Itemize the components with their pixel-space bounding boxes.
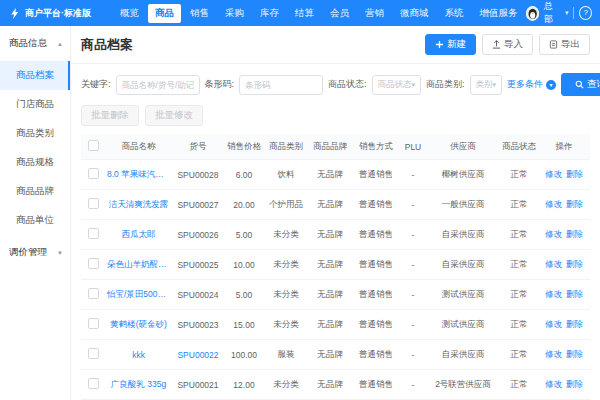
select-all-checkbox[interactable] <box>88 140 99 151</box>
price-cell: 15.00 <box>224 320 264 330</box>
keyword-input[interactable] <box>116 75 200 95</box>
status-cell: 正常 <box>500 229 538 241</box>
row-checkbox[interactable] <box>88 168 99 179</box>
status-cell: 正常 <box>500 259 538 271</box>
edit-link[interactable]: 修改 <box>545 229 562 241</box>
sidebar-item[interactable]: 商品类别 <box>0 119 70 148</box>
product-name-link[interactable]: 广良酸乳 335g <box>105 379 172 391</box>
sidebar-item[interactable]: 商品单位 <box>0 206 70 235</box>
delete-link[interactable]: 删除 <box>566 349 583 361</box>
barcode-input[interactable] <box>239 75 323 95</box>
user-name[interactable]: 总部 <box>544 0 560 26</box>
sale-type-cell: 普通销售 <box>352 289 400 301</box>
sidebar-item[interactable]: 商品品牌 <box>0 177 70 206</box>
delete-link[interactable]: 删除 <box>566 289 583 301</box>
avatar[interactable] <box>526 6 539 21</box>
product-table: 商品名称 货号 销售价格 商品类别 商品品牌 销售方式 PLU 供应商 商品状态… <box>81 134 590 400</box>
product-name-link[interactable]: 洁天清爽洗发露 <box>105 199 172 211</box>
edit-link[interactable]: 修改 <box>545 289 562 301</box>
top-nav: 商户平台·标准版 概览商品销售采购库存结算会员营销微商城系统增值服务 总部 ▾ … <box>0 0 600 26</box>
supplier-cell: 自采供应商 <box>426 229 500 241</box>
batch-edit-button[interactable]: 批量修改 <box>145 105 203 126</box>
nav-item[interactable]: 采购 <box>218 4 251 23</box>
export-button[interactable]: 导出 <box>539 34 590 55</box>
sidebar-item[interactable]: 商品档案 <box>0 61 70 90</box>
table-row: 8.0 苹果味汽水中瓶装 SPU00028 6.00 饮料 无品牌 普通销售 -… <box>81 160 590 190</box>
status-select[interactable]: 商品状态 ▾ <box>372 75 422 95</box>
supplier-cell: 一般供应商 <box>426 199 500 211</box>
row-checkbox[interactable] <box>88 318 99 329</box>
product-name-link[interactable]: 黄鹤楼(硬金砂) <box>105 319 172 331</box>
nav-item[interactable]: 会员 <box>323 4 356 23</box>
edit-link[interactable]: 修改 <box>545 319 562 331</box>
nav-item[interactable]: 系统 <box>438 4 471 23</box>
delete-link[interactable]: 删除 <box>566 379 583 391</box>
main-content: 商品档案 新建 导入 导出 关键字: <box>71 26 600 400</box>
sku-cell: SPU00025 <box>172 260 224 270</box>
product-name-link[interactable]: 西瓜太郎 <box>105 229 172 241</box>
sidebar-group[interactable]: 调价管理 ▼ <box>0 235 70 270</box>
product-name-link[interactable]: kkk <box>105 350 172 360</box>
nav-item[interactable]: 结算 <box>288 4 321 23</box>
nav-item[interactable]: 销售 <box>183 4 216 23</box>
plu-cell: - <box>400 290 426 300</box>
nav-item[interactable]: 概览 <box>113 4 146 23</box>
table-row: 西瓜太郎 SPU00026 5.00 未分类 无品牌 普通销售 - 自采供应商 … <box>81 220 590 250</box>
nav-item[interactable]: 增值服务 <box>473 4 525 23</box>
nav-item[interactable]: 营销 <box>358 4 391 23</box>
export-icon <box>549 40 558 49</box>
supplier-cell: 椰树供应商 <box>426 169 500 181</box>
product-name-link[interactable]: 8.0 苹果味汽水中瓶装 <box>105 169 172 181</box>
supplier-cell: 测试供应商 <box>426 319 500 331</box>
batch-delete-button[interactable]: 批量删除 <box>81 105 139 126</box>
row-checkbox[interactable] <box>88 288 99 299</box>
delete-link[interactable]: 删除 <box>566 259 583 271</box>
edit-link[interactable]: 修改 <box>545 199 562 211</box>
nav-item[interactable]: 库存 <box>253 4 286 23</box>
sale-type-cell: 普通销售 <box>352 199 400 211</box>
category-label: 商品类别: <box>426 78 465 91</box>
create-button[interactable]: 新建 <box>425 34 476 55</box>
sidebar-group[interactable]: 商品信息 ▲ <box>0 26 70 61</box>
chevron-icon: ▼ <box>57 250 63 256</box>
search-button[interactable]: 查询 <box>561 73 600 96</box>
col-brand: 商品品牌 <box>308 141 352 153</box>
row-checkbox[interactable] <box>88 228 99 239</box>
nav-item[interactable]: 商品 <box>148 4 181 23</box>
app-window: 商户平台·标准版 概览商品销售采购库存结算会员营销微商城系统增值服务 总部 ▾ … <box>0 0 600 400</box>
row-checkbox[interactable] <box>88 258 99 269</box>
nav-item[interactable]: 微商城 <box>393 4 436 23</box>
col-sale-type: 销售方式 <box>352 141 400 153</box>
chevron-down-icon[interactable]: ▾ <box>565 9 569 17</box>
sku-cell: SPU00021 <box>172 380 224 390</box>
edit-link[interactable]: 修改 <box>545 379 562 391</box>
price-cell: 100.00 <box>224 350 264 360</box>
category-select[interactable]: 类别 ▾ <box>470 75 503 95</box>
status-cell: 正常 <box>500 349 538 361</box>
product-name-link[interactable]: 怡宝/景田500mL PET瓶装饮料 <box>105 289 172 301</box>
product-name-link[interactable]: 朵色山羊奶醒肤素颜霜嫩肤美白保湿补水塑颜.. <box>105 259 172 271</box>
edit-link[interactable]: 修改 <box>545 349 562 361</box>
chevron-down-icon: ▾ <box>493 81 497 89</box>
sidebar-item[interactable]: 商品规格 <box>0 148 70 177</box>
delete-link[interactable]: 删除 <box>566 319 583 331</box>
price-cell: 12.00 <box>224 380 264 390</box>
col-product-name: 商品名称 <box>105 141 172 153</box>
edit-link[interactable]: 修改 <box>545 259 562 271</box>
row-checkbox[interactable] <box>88 198 99 209</box>
row-checkbox[interactable] <box>88 378 99 389</box>
delete-link[interactable]: 删除 <box>566 199 583 211</box>
barcode-label: 条形码: <box>205 78 235 91</box>
import-button[interactable]: 导入 <box>482 34 533 55</box>
row-checkbox[interactable] <box>88 348 99 359</box>
sale-type-cell: 普通销售 <box>352 169 400 181</box>
table-body: 8.0 苹果味汽水中瓶装 SPU00028 6.00 饮料 无品牌 普通销售 -… <box>81 160 590 400</box>
col-plu: PLU <box>400 142 426 152</box>
more-conditions-link[interactable]: 更多条件 ▾ <box>507 78 556 91</box>
delete-link[interactable]: 删除 <box>566 229 583 241</box>
edit-link[interactable]: 修改 <box>545 169 562 181</box>
supplier-cell: 自采供应商 <box>426 349 500 361</box>
help-icon[interactable]: ? <box>579 6 592 20</box>
sidebar-item[interactable]: 门店商品 <box>0 90 70 119</box>
delete-link[interactable]: 删除 <box>566 169 583 181</box>
